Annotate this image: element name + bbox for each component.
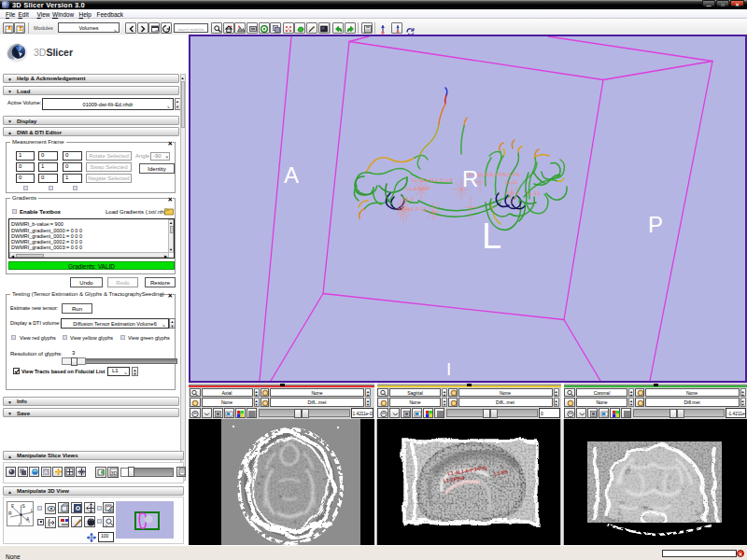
svg-text:3D: 3D — [110, 470, 117, 476]
svg-text:P: P — [648, 212, 663, 237]
svg-text:L1-5L1-6L1-7L1-8: L1-5L1-6L1-7L1-8 — [412, 177, 453, 183]
svg-text:L1-13: L1-13 — [527, 190, 540, 196]
svg-text:F: F — [11, 503, 14, 509]
svg-text:A: A — [44, 469, 48, 475]
svg-text:L: L — [31, 507, 34, 512]
svg-text:I: I — [446, 359, 451, 379]
svg-text:L: L — [482, 217, 501, 256]
svg-text:L1-2-6-AP: L1-2-6-AP — [406, 186, 430, 191]
svg-text:S: S — [22, 502, 26, 508]
svg-text:R: R — [462, 166, 478, 191]
svg-text:R: R — [8, 511, 12, 516]
svg-text:L1-3: L1-3 — [403, 196, 414, 202]
svg-text:I: I — [19, 522, 20, 527]
svg-text:A: A — [26, 516, 30, 522]
svg-text:A: A — [284, 162, 299, 188]
